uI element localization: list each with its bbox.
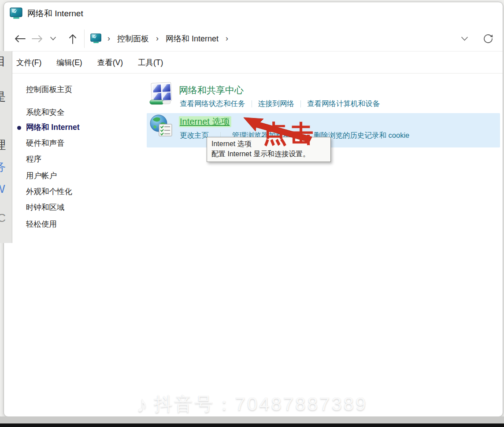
chevron-down-icon <box>461 37 468 41</box>
sidebar-item-clock-region[interactable]: 时钟和区域 <box>26 202 65 213</box>
breadcrumb-chevron-icon[interactable]: › <box>155 34 159 43</box>
background-edge-strip: 目 是 理 务 W IC <box>0 51 12 243</box>
bottom-gray-strip <box>0 416 504 423</box>
breadcrumb-network-internet[interactable]: 网络和 Internet <box>164 33 220 45</box>
app-icon <box>9 7 23 20</box>
navbar-right <box>459 30 495 48</box>
arrow-left-icon <box>14 35 26 43</box>
network-sharing-center-link[interactable]: 网络和共享中心 <box>179 84 244 96</box>
tooltip: Internet 选项 配置 Internet 显示和连接设置。 <box>207 137 331 162</box>
refresh-icon <box>483 33 493 44</box>
navbar-separator <box>84 29 85 48</box>
watermark: ♪ 抖音号：70487887389 <box>137 392 368 416</box>
address-dropdown-button[interactable] <box>459 30 470 48</box>
sidebar-item-network-internet[interactable]: 网络和 Internet <box>26 122 80 133</box>
sidebar-item-appearance[interactable]: 外观和个性化 <box>26 186 72 197</box>
link-connect-to-network[interactable]: 连接到网络 <box>258 99 295 109</box>
link-view-network-status[interactable]: 查看网络状态和任务 <box>180 99 245 109</box>
menu-bar: 文件(F) 编辑(E) 查看(V) 工具(T) <box>4 52 503 74</box>
edge-fragment: 是 <box>0 89 6 104</box>
edge-fragment: 目 <box>0 54 6 69</box>
tooltip-description: 配置 Internet 显示和连接设置。 <box>211 149 326 159</box>
refresh-button[interactable] <box>482 30 495 48</box>
edge-fragment: 务 <box>0 159 6 175</box>
sidebar-item-programs[interactable]: 程序 <box>26 154 41 164</box>
sidebar-item-ease-of-access[interactable]: 轻松使用 <box>26 219 57 229</box>
internet-options-link[interactable]: Internet 选项 <box>179 116 231 128</box>
sidebar-item-home[interactable]: 控制面板主页 <box>26 84 72 95</box>
link-view-network-computers[interactable]: 查看网络计算机和设备 <box>307 99 380 109</box>
menu-tools[interactable]: 工具(T) <box>135 55 166 70</box>
sidebar-item-user-accounts[interactable]: 用户帐户 <box>26 170 57 181</box>
navigation-bar: › 控制面板 › 网络和 Internet › <box>4 26 503 52</box>
internet-options-icon[interactable] <box>149 114 173 138</box>
edge-fragment: 理 <box>0 137 6 153</box>
sidebar-item-hardware-sound[interactable]: 硬件和声音 <box>26 138 65 148</box>
menu-view[interactable]: 查看(V) <box>95 55 126 70</box>
internet-options-label[interactable]: Internet 选项 <box>179 116 231 127</box>
arrow-right-icon <box>32 35 43 43</box>
control-panel-window: 网络和 Internet <box>4 2 503 417</box>
recent-locations-button[interactable] <box>46 30 59 48</box>
edge-fragment: IC <box>0 211 6 225</box>
menu-file[interactable]: 文件(F) <box>14 55 44 70</box>
breadcrumb-control-panel[interactable]: 控制面板 <box>115 33 151 45</box>
forward-button[interactable] <box>29 30 46 48</box>
network-sharing-links: 查看网络状态和任务 连接到网络 查看网络计算机和设备 <box>180 99 380 109</box>
chevron-down-icon <box>50 37 56 40</box>
music-note-icon: ♪ <box>137 393 148 416</box>
address-bar: › 控制面板 › 网络和 Internet › <box>90 33 229 45</box>
breadcrumb-chevron-icon[interactable]: › <box>107 34 111 43</box>
breadcrumb-chevron-icon[interactable]: › <box>225 34 229 43</box>
window-title: 网络和 Internet <box>27 8 83 19</box>
sidebar-item-system-security[interactable]: 系统和安全 <box>26 107 65 118</box>
screenshot-root: 网络和 Internet <box>0 0 504 427</box>
breadcrumb-location-icon[interactable] <box>90 33 102 44</box>
arrow-up-icon <box>69 33 77 44</box>
link-change-homepage[interactable]: 更改主页 <box>180 131 209 140</box>
menu-edit[interactable]: 编辑(E) <box>54 55 85 70</box>
selected-bullet <box>17 126 21 130</box>
tooltip-title: Internet 选项 <box>211 139 326 149</box>
link-separator <box>252 100 252 107</box>
watermark-text: 抖音号：70487887389 <box>154 392 368 416</box>
back-button[interactable] <box>11 30 29 48</box>
up-button[interactable] <box>64 30 82 48</box>
network-sharing-center-icon[interactable] <box>149 81 173 105</box>
titlebar: 网络和 Internet <box>4 2 503 25</box>
edge-fragment: W <box>0 182 5 196</box>
link-separator <box>300 100 301 107</box>
bottom-dark-bar <box>0 423 504 427</box>
